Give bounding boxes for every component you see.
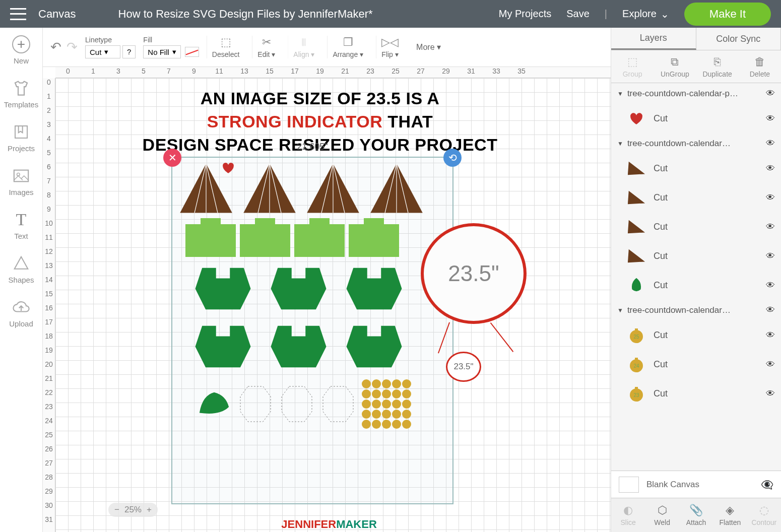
deselect-button[interactable]: ⬚Deselect <box>207 36 244 58</box>
layer-label: Cut <box>654 388 759 399</box>
templates-tool[interactable]: Templates <box>0 79 42 109</box>
attach-button[interactable]: 📎Attach <box>679 498 713 532</box>
projects-tool[interactable]: Projects <box>0 123 42 153</box>
layer-item[interactable]: Cut👁 <box>611 154 781 183</box>
svg-marker-23 <box>628 162 645 175</box>
eye-icon[interactable]: 👁 <box>766 192 775 203</box>
layer-thumbnail: 25 <box>626 325 646 345</box>
flatten-icon: ◈ <box>726 504 734 517</box>
layer-thumbnail <box>626 217 646 236</box>
align-button[interactable]: ⫴Align ▾ <box>288 36 319 58</box>
images-tool[interactable]: Images <box>0 167 42 196</box>
fill-swatch[interactable] <box>185 47 199 57</box>
eye-icon[interactable]: 👁 <box>766 330 775 341</box>
layer-item[interactable]: 25Cut👁 <box>611 320 781 350</box>
duplicate-button[interactable]: ⎘Duplicate <box>696 50 739 83</box>
toolbar: ↶ ↷ Linetype Cut▾ ? Fill No Fill▾ ⬚Desel… <box>43 28 611 67</box>
explore-dropdown[interactable]: Explore⌄ <box>622 8 669 20</box>
svg-marker-22 <box>323 386 353 422</box>
upload-tool[interactable]: Upload <box>0 298 42 328</box>
layer-label: Cut <box>654 280 759 291</box>
menu-icon[interactable] <box>10 8 26 20</box>
layer-list[interactable]: ▼tree-countdown-calendar-p…👁Cut👁▼tree-co… <box>611 83 781 471</box>
more-button[interactable]: More ▾ <box>411 42 446 52</box>
layer-item[interactable]: Cut👁 <box>611 104 781 133</box>
eye-icon[interactable]: 👁 <box>766 305 775 315</box>
eye-icon[interactable]: 👁 <box>766 222 775 232</box>
ungroup-icon: ⧉ <box>671 55 679 69</box>
linetype-select[interactable]: Cut▾ <box>85 45 120 58</box>
zoom-in-button[interactable]: + <box>147 505 152 515</box>
undo-button[interactable]: ↶ <box>50 39 61 55</box>
zoom-out-button[interactable]: − <box>114 505 119 515</box>
zoom-value: 25% <box>124 505 142 515</box>
layer-thumbnail: 24 <box>626 355 646 374</box>
duplicate-icon: ⎘ <box>714 55 721 69</box>
layer-thumbnail <box>626 276 646 295</box>
layer-item[interactable]: Cut👁 <box>611 271 781 300</box>
flatten-button[interactable]: ◈Flatten <box>713 498 747 532</box>
group-button[interactable]: ⬚Group <box>611 50 654 83</box>
ungroup-button[interactable]: ⧉UnGroup <box>654 50 696 83</box>
text-tool[interactable]: TText <box>0 211 42 240</box>
edit-button[interactable]: ✂Edit ▾ <box>252 36 280 58</box>
chevron-down-icon: ▼ <box>617 307 623 314</box>
layer-item[interactable]: Cut👁 <box>611 241 781 271</box>
eye-icon[interactable]: 👁 <box>766 388 775 399</box>
layer-item[interactable]: 24Cut👁 <box>611 350 781 379</box>
layer-label: Cut <box>654 113 759 124</box>
contour-button[interactable]: ◌Contour <box>747 498 781 532</box>
zoom-annotation-small: 23.5" <box>446 352 481 382</box>
top-bar: Canvas How to Resize SVG Design Files by… <box>0 0 781 28</box>
eye-icon[interactable]: 👁 <box>766 359 775 370</box>
canvas-info[interactable]: Blank Canvas 👁‍🗨 <box>611 471 781 498</box>
eye-icon[interactable]: 👁 <box>766 88 775 99</box>
svg-rect-31 <box>635 358 638 361</box>
layer-item[interactable]: Cut👁 <box>611 212 781 241</box>
svg-rect-28 <box>635 328 638 331</box>
image-icon <box>12 167 30 185</box>
layer-group-header[interactable]: ▼tree-countdown-calendar…👁 <box>611 133 781 154</box>
save-link[interactable]: Save <box>566 8 590 20</box>
zoom-control[interactable]: − 25% + <box>108 503 158 517</box>
linetype-help-button[interactable]: ? <box>122 45 136 58</box>
fill-select[interactable]: No Fill▾ <box>143 45 181 58</box>
arrange-button[interactable]: ❐Arrange ▾ <box>327 36 368 58</box>
svg-marker-26 <box>628 249 645 263</box>
eye-icon[interactable]: 👁 <box>766 163 775 174</box>
chevron-down-icon: ▼ <box>617 90 623 97</box>
eye-icon[interactable]: 👁 <box>766 251 775 261</box>
project-title: How to Resize SVG Design Files by Jennif… <box>118 8 373 21</box>
layer-group-header[interactable]: ▼tree-countdown-calendar-p…👁 <box>611 83 781 104</box>
new-tool[interactable]: +New <box>0 35 42 65</box>
layer-item[interactable]: Cut👁 <box>611 183 781 212</box>
eye-icon[interactable]: 👁 <box>766 138 775 149</box>
flip-button[interactable]: ▷◁Flip ▾ <box>376 36 404 58</box>
design-shapes <box>171 157 453 431</box>
slice-button[interactable]: ◐Slice <box>611 498 645 532</box>
layers-tab[interactable]: Layers <box>611 28 696 50</box>
eye-icon[interactable]: 👁 <box>766 113 775 124</box>
chevron-down-icon: ⌄ <box>661 8 669 20</box>
delete-button[interactable]: 🗑Delete <box>739 50 781 83</box>
visibility-off-icon[interactable]: 👁‍🗨 <box>761 479 773 491</box>
deselect-icon: ⬚ <box>221 36 231 49</box>
redo-button[interactable]: ↷ <box>67 39 78 55</box>
shapes-icon <box>12 254 30 273</box>
layer-thumbnail <box>626 188 646 207</box>
svg-text:23: 23 <box>633 392 639 398</box>
svg-marker-21 <box>282 386 312 422</box>
canvas-area[interactable]: 01357911131517192123252729313335 0123456… <box>43 67 611 532</box>
layer-label: Cut <box>654 192 759 203</box>
weld-button[interactable]: ⬡Weld <box>645 498 679 532</box>
layer-group-header[interactable]: ▼tree-countdown-calendar…👁 <box>611 300 781 320</box>
eye-icon[interactable]: 👁 <box>766 280 775 291</box>
shapes-tool[interactable]: Shapes <box>0 254 42 284</box>
color-sync-tab[interactable]: Color Sync <box>696 28 782 50</box>
layer-thumbnail <box>626 246 646 265</box>
make-it-button[interactable]: Make It <box>684 3 771 26</box>
layer-item[interactable]: 23Cut👁 <box>611 379 781 408</box>
layer-thumbnail <box>626 159 646 178</box>
chevron-down-icon: ▼ <box>617 140 623 147</box>
my-projects-link[interactable]: My Projects <box>499 8 551 20</box>
